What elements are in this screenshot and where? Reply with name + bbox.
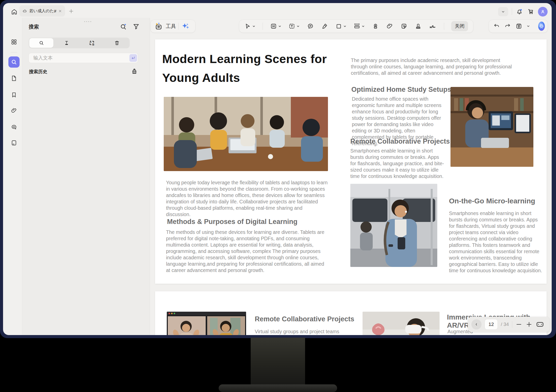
sidebar-item-search[interactable] — [8, 56, 20, 68]
remote-paragraph: Smartphones enable learning in short bur… — [350, 148, 444, 179]
save-icon[interactable] — [515, 23, 522, 30]
measure-tool[interactable] — [353, 23, 365, 30]
previous-page-button[interactable] — [471, 319, 482, 329]
highlight-h-icon — [270, 23, 277, 30]
total-pages: / 34 — [501, 322, 509, 327]
home-icon — [11, 8, 18, 15]
search-submit-button[interactable] — [129, 54, 137, 62]
notifications-bell-icon[interactable] — [516, 8, 523, 16]
screen-bezel: 若い成人のための... — [0, 0, 556, 338]
current-page: 12 — [488, 322, 494, 327]
comments-icon — [11, 124, 17, 130]
sidebar-item-pages[interactable] — [11, 140, 17, 146]
annotation-toolbar: 关闭 — [239, 20, 473, 33]
sidebar-item-attachments[interactable] — [11, 107, 17, 114]
ai-sparkles-icon[interactable] — [181, 22, 190, 31]
close-label: 关闭 — [455, 23, 464, 29]
sidebar-item-comments[interactable] — [11, 124, 17, 130]
nav-divider — [512, 321, 512, 328]
zoom-in-icon[interactable] — [525, 321, 533, 328]
tools-label[interactable]: 工具 — [166, 23, 176, 30]
chevron-down-icon — [278, 25, 281, 28]
chevron-left-icon — [474, 322, 479, 327]
new-tab-button[interactable] — [68, 8, 74, 14]
svg-text:B: B — [92, 43, 94, 46]
cursor-arrow-icon — [244, 23, 251, 30]
tab-delete-mode[interactable] — [104, 38, 130, 48]
sticker-tool[interactable] — [400, 23, 408, 30]
document-tab[interactable]: 若い成人のための... — [19, 5, 65, 17]
apps-grid-icon — [11, 39, 17, 45]
remote-heading: Remote Collaborative Projects — [350, 138, 450, 145]
shape-tool[interactable] — [335, 23, 347, 30]
clear-history-button[interactable] — [131, 68, 138, 76]
chevron-down-icon[interactable] — [527, 24, 530, 28]
chevron-down-icon — [343, 25, 347, 28]
filter-button[interactable] — [132, 23, 140, 31]
ai-search-icon — [119, 22, 127, 31]
cloud-icon — [22, 9, 27, 13]
comment-tool[interactable] — [307, 23, 314, 30]
search-panel: 搜索 AB 搜索历史 — [23, 18, 150, 335]
bookmark-icon — [11, 92, 17, 98]
panel-title: 搜索 — [29, 23, 39, 30]
right-top-paragraph: The primary purposes include academic re… — [351, 57, 518, 76]
photo-subway-learning — [350, 184, 437, 267]
text-box-icon — [288, 23, 295, 30]
pen-icon — [321, 23, 328, 30]
close-annotation-button[interactable]: 关闭 — [451, 21, 468, 31]
filter-funnel-icon — [132, 23, 140, 30]
stamp-tool[interactable] — [415, 23, 422, 30]
zoom-out-icon[interactable] — [515, 321, 522, 328]
ai-search-button[interactable] — [119, 22, 127, 32]
highlight-tool[interactable] — [270, 23, 281, 30]
tab-highlight-mode[interactable] — [54, 38, 79, 48]
undo-icon[interactable] — [493, 23, 500, 30]
ruler-icon — [353, 23, 360, 30]
main-area: 工具 — [150, 18, 552, 335]
text-tool[interactable] — [288, 23, 300, 30]
chevron-down-icon — [296, 25, 300, 28]
pill-divider — [178, 23, 179, 30]
cart-icon[interactable] — [527, 8, 534, 16]
page2-remote-heading: Remote Collaborative Projects — [255, 315, 354, 323]
sidebar-item-bookmarks[interactable] — [11, 92, 17, 98]
redo-icon[interactable] — [504, 23, 511, 30]
window-menu-button[interactable] — [498, 7, 508, 16]
tab-replace-mode[interactable]: AB — [79, 38, 104, 48]
panel-drag-handle[interactable] — [83, 19, 93, 24]
photo-ar-vr — [363, 312, 440, 335]
titlebar-divider — [512, 8, 512, 15]
paperclip-icon — [11, 107, 17, 114]
photo-video-call — [167, 312, 246, 335]
ocr-tool[interactable] — [372, 23, 379, 30]
rectangle-shape-icon — [335, 23, 342, 30]
chevron-down-icon — [252, 25, 256, 28]
sidebar-rail — [3, 18, 22, 335]
attach-tool[interactable] — [386, 23, 393, 30]
trash-icon — [114, 40, 120, 46]
broom-icon — [131, 68, 138, 75]
search-mode-tabs: AB — [29, 38, 130, 48]
page-thumbnails-icon — [11, 140, 17, 146]
signature-tool[interactable] — [429, 22, 437, 30]
fit-width-icon[interactable] — [536, 320, 544, 329]
sidebar-item-document[interactable] — [11, 75, 17, 82]
sticker-face-icon — [400, 23, 408, 30]
tab-close-icon[interactable] — [58, 9, 62, 13]
search-icon — [38, 40, 44, 46]
search-input[interactable] — [28, 53, 138, 63]
photo-students-cafe — [164, 97, 328, 171]
stamp-icon — [415, 23, 422, 30]
pen-tool[interactable] — [321, 23, 328, 30]
tab-search-mode[interactable] — [29, 38, 53, 48]
sidebar-item-apps[interactable] — [11, 39, 17, 45]
monitor-stand-base — [219, 384, 337, 392]
home-button[interactable] — [9, 6, 20, 17]
page-number-input[interactable]: 12 — [485, 319, 498, 330]
select-tool[interactable] — [244, 23, 256, 30]
avatar[interactable] — [538, 7, 548, 17]
ai-assistant-button[interactable] — [538, 22, 545, 31]
user-icon — [540, 9, 546, 14]
toolbox-icon[interactable] — [154, 22, 163, 31]
